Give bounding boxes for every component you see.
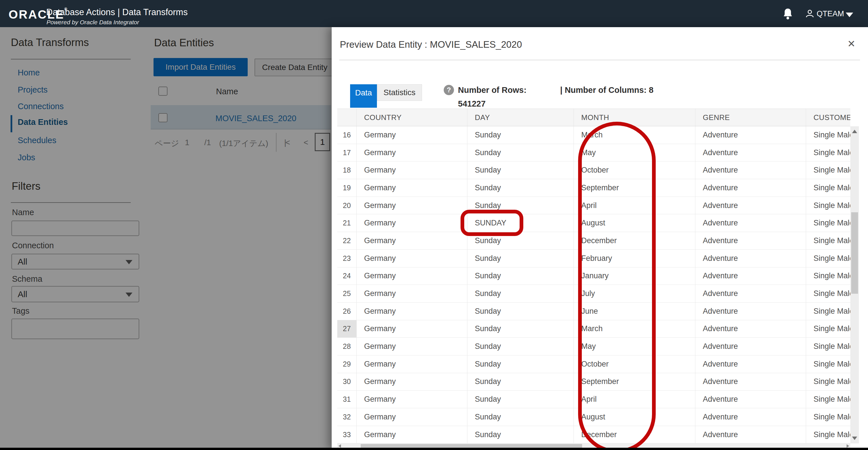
cell-customer: Single Male: [806, 303, 850, 320]
vertical-scrollbar[interactable]: [850, 126, 859, 444]
help-icon[interactable]: ?: [444, 85, 454, 95]
cell-day: Sunday: [467, 303, 574, 320]
cell-row-number: 28: [337, 338, 357, 355]
cell-country: Germany: [357, 338, 467, 355]
cell-customer: Single Male: [806, 356, 850, 373]
table-row: 17GermanySundayMayAdventureSingle Male: [337, 144, 850, 162]
cell-row-number: 17: [337, 144, 357, 162]
screen: ORACLE® Database Actions | Data Transfor…: [0, 0, 868, 450]
cell-day: Sunday: [467, 232, 574, 249]
table-row: 33GermanySundayDecemberAdventureSingle M…: [337, 426, 850, 444]
cell-month: July: [574, 285, 695, 302]
cell-month: October: [574, 162, 695, 179]
table-row: 19GermanySundaySeptemberAdventureSingle …: [337, 179, 850, 197]
table-row: 32GermanySundayAugustAdventureSingle Mal…: [337, 408, 850, 426]
preview-divider: [339, 60, 860, 60]
preview-title: Preview Data Entity : MOVIE_SALES_2020: [340, 39, 522, 50]
cell-month: April: [574, 391, 695, 408]
cell-country: Germany: [357, 356, 467, 373]
cell-month: January: [574, 268, 695, 285]
cell-country: Germany: [357, 391, 467, 408]
cell-customer: Single Male: [806, 391, 850, 408]
cell-country: Germany: [357, 426, 467, 444]
cell-genre: Adventure: [695, 268, 806, 285]
cell-country: Germany: [357, 197, 467, 214]
cell-customer: Single Male: [806, 162, 850, 179]
cell-country: Germany: [357, 232, 467, 249]
cell-genre: Adventure: [695, 408, 806, 426]
cell-month: June: [574, 303, 695, 320]
cell-country: Germany: [357, 303, 467, 320]
cell-genre: Adventure: [695, 373, 806, 391]
cell-month: February: [574, 250, 695, 267]
horizontal-scrollbar-thumb[interactable]: [361, 444, 582, 448]
scroll-right-icon[interactable]: [846, 444, 849, 448]
table-row: 16GermanySundayMarchAdventureSingle Male: [337, 126, 850, 144]
cell-row-number: 32: [337, 408, 357, 426]
cell-day: SUNDAY: [467, 214, 574, 232]
cell-day: Sunday: [467, 338, 574, 355]
cell-genre: Adventure: [695, 285, 806, 302]
user-avatar-icon: [805, 9, 814, 18]
cell-month: October: [574, 356, 695, 373]
table-row: 31GermanySundayAprilAdventureSingle Male: [337, 391, 850, 408]
table-row: 28GermanySundayMayAdventureSingle Male: [337, 338, 850, 356]
preview-panel: Preview Data Entity : MOVIE_SALES_2020 ✕…: [332, 27, 868, 450]
cell-row-number: 29: [337, 356, 357, 373]
cell-customer: Single Male: [806, 197, 850, 214]
table-header-row: COUNTRYDAYMONTHGENRECUSTOMER: [337, 109, 850, 126]
cell-day: Sunday: [467, 197, 574, 214]
cell-day: Sunday: [467, 408, 574, 426]
cell-genre: Adventure: [695, 214, 806, 232]
tab-statistics[interactable]: Statistics: [377, 84, 422, 101]
cell-customer: Single Male: [806, 320, 850, 338]
scroll-left-icon[interactable]: [338, 444, 341, 448]
table-row: 24GermanySundayJanuaryAdventureSingle Ma…: [337, 268, 850, 285]
table-row: 25GermanySundayJulyAdventureSingle Male: [337, 285, 850, 303]
cell-day: Sunday: [467, 426, 574, 444]
cell-genre: Adventure: [695, 426, 806, 444]
scroll-up-icon[interactable]: [852, 130, 857, 133]
cell-row-number: 22: [337, 232, 357, 249]
table-row: 26GermanySundayJuneAdventureSingle Male: [337, 303, 850, 320]
scroll-down-icon[interactable]: [852, 437, 857, 440]
cell-row-number: 27: [337, 320, 357, 338]
cell-country: Germany: [357, 268, 467, 285]
cell-row-number: 31: [337, 391, 357, 408]
cell-day: Sunday: [467, 162, 574, 179]
cell-day: Sunday: [467, 250, 574, 267]
cell-month: March: [574, 126, 695, 144]
cell-month: May: [574, 338, 695, 355]
column-header-CUSTOMER: CUSTOMER: [806, 109, 850, 126]
cell-month: December: [574, 232, 695, 249]
cell-genre: Adventure: [695, 338, 806, 355]
column-header-COUNTRY: COUNTRY: [357, 109, 467, 126]
table-row: 23GermanySundayFebruaryAdventureSingle M…: [337, 250, 850, 268]
cell-day: Sunday: [467, 320, 574, 338]
cell-genre: Adventure: [695, 391, 806, 408]
cell-day: Sunday: [467, 356, 574, 373]
table-row: 29GermanySundayOctoberAdventureSingle Ma…: [337, 356, 850, 373]
rows-count-value: 541227: [458, 99, 486, 108]
column-header-MONTH: MONTH: [574, 109, 695, 126]
cell-month: December: [574, 426, 695, 444]
close-icon[interactable]: ✕: [847, 38, 856, 50]
table-row: 18GermanySundayOctoberAdventureSingle Ma…: [337, 162, 850, 179]
cell-country: Germany: [357, 320, 467, 338]
user-menu[interactable]: QTEAM: [817, 9, 844, 18]
cell-country: Germany: [357, 408, 467, 426]
cell-country: Germany: [357, 179, 467, 197]
cell-genre: Adventure: [695, 179, 806, 197]
preview-data-table: COUNTRYDAYMONTHGENRECUSTOMER 16GermanySu…: [337, 109, 850, 444]
notifications-bell-icon[interactable]: [782, 7, 793, 21]
user-menu-caret-icon[interactable]: [846, 12, 853, 17]
cell-row-number: 24: [337, 268, 357, 285]
cell-country: Germany: [357, 250, 467, 267]
tab-data[interactable]: Data: [350, 84, 377, 108]
cell-month: August: [574, 214, 695, 232]
cell-genre: Adventure: [695, 232, 806, 249]
cell-genre: Adventure: [695, 356, 806, 373]
cell-day: Sunday: [467, 373, 574, 391]
vertical-scrollbar-thumb[interactable]: [851, 212, 858, 294]
cell-customer: Single Male: [806, 250, 850, 267]
